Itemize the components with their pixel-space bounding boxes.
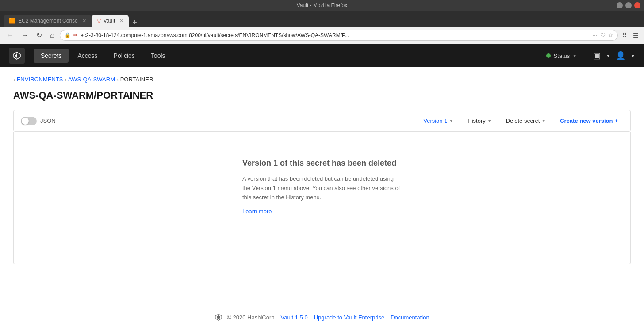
version-button[interactable]: Version 1 ▼ [418, 115, 459, 127]
vault-version-link[interactable]: Vault 1.5.0 [281, 314, 308, 321]
menu-button[interactable]: ☰ [631, 30, 640, 41]
documentation-link[interactable]: Documentation [391, 314, 429, 321]
history-label: History [468, 118, 485, 124]
nav-policies[interactable]: Policies [107, 49, 142, 63]
vault-logo-icon [12, 51, 21, 60]
breadcrumb-portainer: PORTAINER [120, 76, 153, 83]
footer-copyright: © 2020 HashiCorp [227, 314, 274, 321]
breadcrumb-separator-0: ‹ [13, 77, 15, 82]
tab-vault[interactable]: ▽ Vault ✕ [92, 15, 129, 27]
edit-icon: ✏ [73, 32, 78, 38]
header-right: Status ▼ ▣ ▼ 👤 ▼ [546, 49, 635, 62]
tab-ec2-label: EC2 Management Conso [18, 18, 78, 24]
minimize-button[interactable] [617, 2, 623, 8]
tab-ec2-close[interactable]: ✕ [82, 18, 86, 24]
address-bar: 🔒 ✏ ⋯ 🛡 ☆ [60, 30, 618, 41]
user-chevron[interactable]: ▼ [631, 53, 635, 58]
status-label: Status [553, 53, 570, 59]
bookmark-icon: ☆ [608, 32, 613, 38]
version-chevron: ▼ [449, 118, 453, 123]
status-chevron: ▼ [572, 53, 577, 58]
history-chevron: ▼ [487, 118, 492, 123]
reload-button[interactable]: ↻ [34, 29, 45, 41]
secure-icon: 🔒 [65, 32, 71, 38]
nav-access[interactable]: Access [70, 49, 104, 63]
terminal-chevron[interactable]: ▼ [606, 53, 610, 58]
status-badge[interactable]: Status ▼ [546, 53, 577, 59]
back-button[interactable]: ← [4, 30, 16, 41]
learn-more-link[interactable]: Learn more [242, 208, 272, 215]
page-title: AWS-QA-SWARM/PORTAINER [13, 90, 631, 101]
status-dot [546, 53, 551, 58]
extensions-button[interactable]: ⠿ [621, 30, 629, 41]
json-toggle[interactable] [21, 117, 37, 125]
forward-button[interactable]: → [19, 30, 31, 41]
vault-header: Secrets Access Policies Tools Status ▼ ▣… [0, 44, 644, 67]
json-toggle-area: JSON [21, 117, 56, 125]
delete-label: Delete secret [506, 118, 540, 124]
create-version-button[interactable]: Create new version + [555, 115, 623, 127]
deleted-title: Version 1 of this secret has been delete… [242, 158, 402, 168]
toolbar: JSON Version 1 ▼ History ▼ Delete secret… [13, 110, 631, 132]
terminal-button[interactable]: ▣ [591, 49, 602, 62]
version-label: Version 1 [423, 118, 447, 124]
svg-marker-3 [217, 315, 220, 319]
nav-secrets[interactable]: Secrets [34, 49, 69, 63]
delete-chevron: ▼ [541, 118, 546, 123]
create-icon: + [614, 118, 618, 124]
delete-secret-button[interactable]: Delete secret ▼ [501, 115, 552, 127]
reader-icon: ⋯ [592, 32, 598, 38]
breadcrumb-aws-qa-swarm[interactable]: AWS-QA-SWARM [68, 76, 115, 83]
breadcrumb-separator-1: ‹ [65, 77, 66, 82]
vault-navigation: Secrets Access Policies Tools [34, 49, 172, 63]
tab-vault-close[interactable]: ✕ [119, 18, 123, 24]
deleted-message: Version 1 of this secret has been delete… [242, 158, 402, 237]
tab-vault-label: Vault [104, 18, 115, 24]
shield-icon: 🛡 [600, 32, 606, 38]
page-content: ‹ ENVIRONMENTS ‹ AWS-QA-SWARM ‹ PORTAINE… [0, 67, 644, 288]
user-button[interactable]: 👤 [614, 49, 627, 62]
breadcrumb: ‹ ENVIRONMENTS ‹ AWS-QA-SWARM ‹ PORTAINE… [13, 76, 631, 83]
vault-favicon: ▽ [97, 18, 101, 24]
ec2-favicon: 🟧 [9, 18, 15, 24]
create-label: Create new version [560, 118, 613, 124]
hashicorp-logo [215, 313, 222, 321]
upgrade-link[interactable]: Upgrade to Vault Enterprise [314, 314, 384, 321]
breadcrumb-environments[interactable]: ENVIRONMENTS [17, 76, 63, 83]
toolbar-right: Version 1 ▼ History ▼ Delete secret ▼ Cr… [418, 115, 623, 127]
browser-title: Vault - Mozilla Firefox [297, 2, 347, 8]
vault-logo [9, 48, 25, 64]
footer: © 2020 HashiCorp Vault 1.5.0 Upgrade to … [0, 306, 644, 328]
url-input[interactable] [80, 32, 590, 38]
close-button[interactable] [634, 2, 640, 8]
maximize-button[interactable] [625, 2, 632, 8]
breadcrumb-separator-2: ‹ [117, 77, 119, 82]
json-label: JSON [40, 118, 56, 124]
nav-tools[interactable]: Tools [144, 49, 172, 63]
header-icons: ▣ ▼ 👤 ▼ [591, 49, 635, 62]
svg-marker-1 [15, 53, 17, 58]
history-button[interactable]: History ▼ [462, 115, 497, 127]
deleted-description: A version that has been deleted but can … [242, 174, 402, 202]
main-content-area: Version 1 of this secret has been delete… [13, 132, 631, 264]
home-button[interactable]: ⌂ [47, 30, 57, 41]
new-tab-button[interactable]: + [132, 19, 137, 27]
tab-ec2[interactable]: 🟧 EC2 Management Conso ✕ [4, 15, 92, 27]
